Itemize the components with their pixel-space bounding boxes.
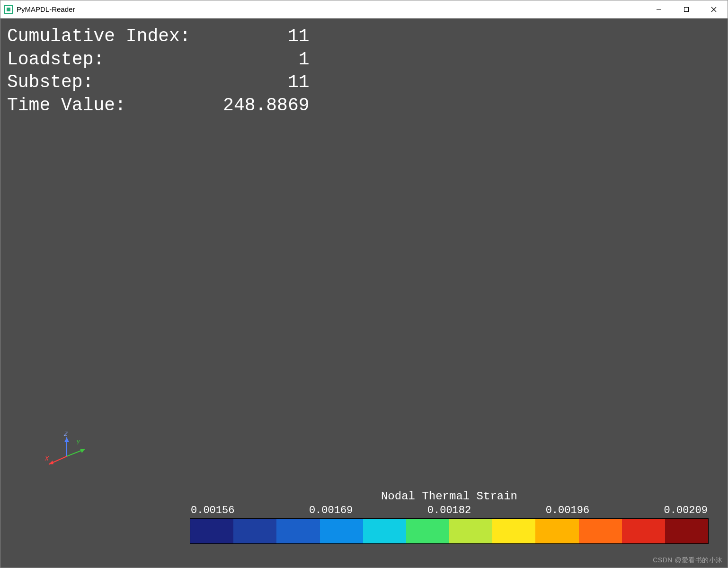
colorbar-slot	[535, 519, 578, 543]
svg-marker-7	[49, 461, 53, 464]
colorbar-gradient	[190, 518, 709, 544]
svg-rect-3	[684, 7, 689, 11]
app-icon	[4, 5, 13, 14]
colorbar-slot	[406, 519, 449, 543]
watermark-text: CSDN @爱看书的小沐	[653, 556, 723, 565]
colorbar-slot	[320, 519, 363, 543]
close-button[interactable]	[700, 0, 728, 18]
titlebar[interactable]: PyMAPDL-Reader	[0, 0, 728, 18]
svg-rect-1	[7, 8, 10, 11]
orientation-axes-triad: X Y Z	[43, 430, 90, 468]
colorbar-title: Nodal Thermal Strain	[190, 490, 709, 503]
axis-x-label: X	[44, 455, 49, 462]
colorbar-tick: 0.00196	[546, 505, 589, 516]
colorbar-tick: 0.00209	[664, 505, 708, 516]
minimize-button[interactable]	[645, 0, 673, 18]
colorbar-tick: 0.00182	[427, 505, 471, 516]
colorbar-slot	[492, 519, 535, 543]
render-viewport[interactable]: Cumulative Index: 11 Loadstep: 1 Substep…	[0, 18, 728, 568]
colorbar: Nodal Thermal Strain 0.001560.001690.001…	[190, 490, 709, 544]
colorbar-slot	[449, 519, 492, 543]
colorbar-slot	[363, 519, 406, 543]
colorbar-slot	[190, 519, 233, 543]
colorbar-slot	[579, 519, 622, 543]
colorbar-slot	[276, 519, 320, 543]
colorbar-slot	[622, 519, 665, 543]
colorbar-tick: 0.00156	[191, 505, 234, 516]
colorbar-ticks: 0.001560.001690.001820.001960.00209	[190, 505, 709, 516]
axis-y-label: Y	[76, 439, 80, 446]
axis-z-label: Z	[63, 431, 68, 438]
maximize-button[interactable]	[673, 0, 700, 18]
colorbar-tick: 0.00169	[309, 505, 353, 516]
colorbar-slot	[665, 519, 708, 543]
window-title: PyMAPDL-Reader	[17, 5, 75, 13]
result-info-overlay: Cumulative Index: 11 Loadstep: 1 Substep…	[7, 25, 310, 117]
colorbar-slot	[233, 519, 276, 543]
beam-mesh-plot	[76, 137, 502, 345]
app-window: PyMAPDL-Reader Cumulative Index: 11 Load…	[0, 0, 728, 568]
svg-marker-11	[64, 437, 69, 442]
